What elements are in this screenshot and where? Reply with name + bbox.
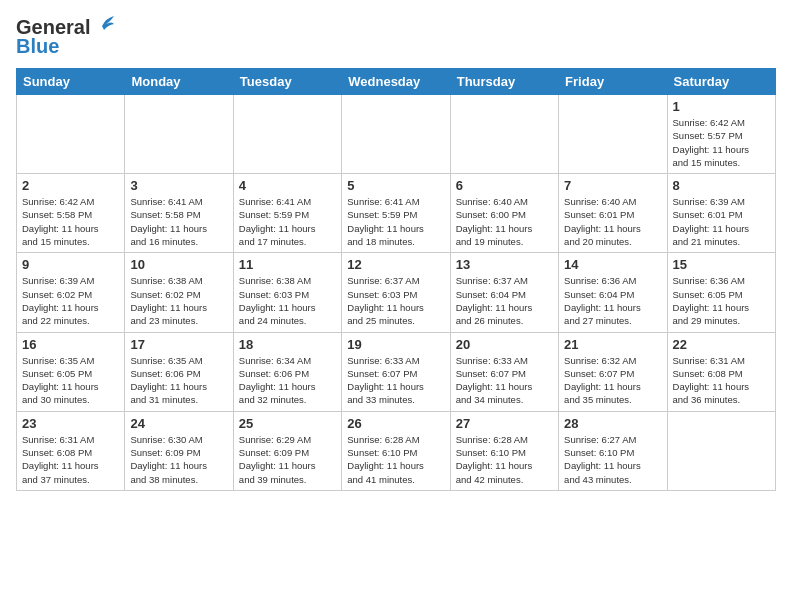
- day-info: Sunrise: 6:41 AMSunset: 5:58 PMDaylight:…: [130, 195, 227, 248]
- calendar-table: SundayMondayTuesdayWednesdayThursdayFrid…: [16, 68, 776, 491]
- day-number: 13: [456, 257, 553, 272]
- day-number: 2: [22, 178, 119, 193]
- day-cell: 9Sunrise: 6:39 AMSunset: 6:02 PMDaylight…: [17, 253, 125, 332]
- day-cell: 6Sunrise: 6:40 AMSunset: 6:00 PMDaylight…: [450, 174, 558, 253]
- day-cell: 8Sunrise: 6:39 AMSunset: 6:01 PMDaylight…: [667, 174, 775, 253]
- day-cell: 2Sunrise: 6:42 AMSunset: 5:58 PMDaylight…: [17, 174, 125, 253]
- day-number: 21: [564, 337, 661, 352]
- day-cell: 10Sunrise: 6:38 AMSunset: 6:02 PMDayligh…: [125, 253, 233, 332]
- day-header-sunday: Sunday: [17, 69, 125, 95]
- day-cell: 14Sunrise: 6:36 AMSunset: 6:04 PMDayligh…: [559, 253, 667, 332]
- day-number: 7: [564, 178, 661, 193]
- day-cell: 24Sunrise: 6:30 AMSunset: 6:09 PMDayligh…: [125, 411, 233, 490]
- day-cell: [667, 411, 775, 490]
- day-info: Sunrise: 6:42 AMSunset: 5:57 PMDaylight:…: [673, 116, 770, 169]
- day-cell: [450, 95, 558, 174]
- day-cell: 12Sunrise: 6:37 AMSunset: 6:03 PMDayligh…: [342, 253, 450, 332]
- day-number: 22: [673, 337, 770, 352]
- day-number: 23: [22, 416, 119, 431]
- day-number: 1: [673, 99, 770, 114]
- day-cell: 15Sunrise: 6:36 AMSunset: 6:05 PMDayligh…: [667, 253, 775, 332]
- day-number: 12: [347, 257, 444, 272]
- day-info: Sunrise: 6:31 AMSunset: 6:08 PMDaylight:…: [22, 433, 119, 486]
- day-cell: 11Sunrise: 6:38 AMSunset: 6:03 PMDayligh…: [233, 253, 341, 332]
- day-info: Sunrise: 6:41 AMSunset: 5:59 PMDaylight:…: [239, 195, 336, 248]
- day-number: 24: [130, 416, 227, 431]
- day-info: Sunrise: 6:28 AMSunset: 6:10 PMDaylight:…: [347, 433, 444, 486]
- day-info: Sunrise: 6:39 AMSunset: 6:02 PMDaylight:…: [22, 274, 119, 327]
- day-header-wednesday: Wednesday: [342, 69, 450, 95]
- day-header-friday: Friday: [559, 69, 667, 95]
- day-info: Sunrise: 6:30 AMSunset: 6:09 PMDaylight:…: [130, 433, 227, 486]
- day-info: Sunrise: 6:34 AMSunset: 6:06 PMDaylight:…: [239, 354, 336, 407]
- day-number: 9: [22, 257, 119, 272]
- day-number: 26: [347, 416, 444, 431]
- page-header: General Blue: [16, 16, 776, 58]
- day-number: 5: [347, 178, 444, 193]
- day-info: Sunrise: 6:38 AMSunset: 6:03 PMDaylight:…: [239, 274, 336, 327]
- week-row-1: 1Sunrise: 6:42 AMSunset: 5:57 PMDaylight…: [17, 95, 776, 174]
- day-info: Sunrise: 6:32 AMSunset: 6:07 PMDaylight:…: [564, 354, 661, 407]
- day-cell: 7Sunrise: 6:40 AMSunset: 6:01 PMDaylight…: [559, 174, 667, 253]
- day-cell: 25Sunrise: 6:29 AMSunset: 6:09 PMDayligh…: [233, 411, 341, 490]
- day-cell: 28Sunrise: 6:27 AMSunset: 6:10 PMDayligh…: [559, 411, 667, 490]
- day-number: 25: [239, 416, 336, 431]
- day-number: 18: [239, 337, 336, 352]
- day-number: 20: [456, 337, 553, 352]
- day-info: Sunrise: 6:42 AMSunset: 5:58 PMDaylight:…: [22, 195, 119, 248]
- logo: General Blue: [16, 16, 114, 58]
- day-info: Sunrise: 6:31 AMSunset: 6:08 PMDaylight:…: [673, 354, 770, 407]
- day-info: Sunrise: 6:36 AMSunset: 6:04 PMDaylight:…: [564, 274, 661, 327]
- day-info: Sunrise: 6:35 AMSunset: 6:06 PMDaylight:…: [130, 354, 227, 407]
- day-info: Sunrise: 6:37 AMSunset: 6:03 PMDaylight:…: [347, 274, 444, 327]
- day-cell: 1Sunrise: 6:42 AMSunset: 5:57 PMDaylight…: [667, 95, 775, 174]
- day-number: 27: [456, 416, 553, 431]
- day-number: 3: [130, 178, 227, 193]
- day-number: 19: [347, 337, 444, 352]
- day-cell: 23Sunrise: 6:31 AMSunset: 6:08 PMDayligh…: [17, 411, 125, 490]
- day-cell: [233, 95, 341, 174]
- day-info: Sunrise: 6:27 AMSunset: 6:10 PMDaylight:…: [564, 433, 661, 486]
- day-cell: 13Sunrise: 6:37 AMSunset: 6:04 PMDayligh…: [450, 253, 558, 332]
- week-row-5: 23Sunrise: 6:31 AMSunset: 6:08 PMDayligh…: [17, 411, 776, 490]
- days-header-row: SundayMondayTuesdayWednesdayThursdayFrid…: [17, 69, 776, 95]
- day-number: 6: [456, 178, 553, 193]
- day-info: Sunrise: 6:33 AMSunset: 6:07 PMDaylight:…: [456, 354, 553, 407]
- day-info: Sunrise: 6:40 AMSunset: 6:00 PMDaylight:…: [456, 195, 553, 248]
- day-cell: 18Sunrise: 6:34 AMSunset: 6:06 PMDayligh…: [233, 332, 341, 411]
- day-cell: 4Sunrise: 6:41 AMSunset: 5:59 PMDaylight…: [233, 174, 341, 253]
- day-header-monday: Monday: [125, 69, 233, 95]
- day-info: Sunrise: 6:40 AMSunset: 6:01 PMDaylight:…: [564, 195, 661, 248]
- day-info: Sunrise: 6:33 AMSunset: 6:07 PMDaylight:…: [347, 354, 444, 407]
- day-info: Sunrise: 6:28 AMSunset: 6:10 PMDaylight:…: [456, 433, 553, 486]
- day-cell: 17Sunrise: 6:35 AMSunset: 6:06 PMDayligh…: [125, 332, 233, 411]
- week-row-4: 16Sunrise: 6:35 AMSunset: 6:05 PMDayligh…: [17, 332, 776, 411]
- day-number: 28: [564, 416, 661, 431]
- day-info: Sunrise: 6:36 AMSunset: 6:05 PMDaylight:…: [673, 274, 770, 327]
- day-header-tuesday: Tuesday: [233, 69, 341, 95]
- day-header-thursday: Thursday: [450, 69, 558, 95]
- day-number: 10: [130, 257, 227, 272]
- day-cell: 20Sunrise: 6:33 AMSunset: 6:07 PMDayligh…: [450, 332, 558, 411]
- week-row-2: 2Sunrise: 6:42 AMSunset: 5:58 PMDaylight…: [17, 174, 776, 253]
- logo-bird-icon: [92, 16, 114, 36]
- day-cell: 19Sunrise: 6:33 AMSunset: 6:07 PMDayligh…: [342, 332, 450, 411]
- day-cell: [125, 95, 233, 174]
- day-cell: 21Sunrise: 6:32 AMSunset: 6:07 PMDayligh…: [559, 332, 667, 411]
- day-cell: 26Sunrise: 6:28 AMSunset: 6:10 PMDayligh…: [342, 411, 450, 490]
- day-info: Sunrise: 6:29 AMSunset: 6:09 PMDaylight:…: [239, 433, 336, 486]
- day-info: Sunrise: 6:35 AMSunset: 6:05 PMDaylight:…: [22, 354, 119, 407]
- day-cell: [17, 95, 125, 174]
- day-cell: 3Sunrise: 6:41 AMSunset: 5:58 PMDaylight…: [125, 174, 233, 253]
- day-cell: [559, 95, 667, 174]
- day-cell: 5Sunrise: 6:41 AMSunset: 5:59 PMDaylight…: [342, 174, 450, 253]
- day-info: Sunrise: 6:39 AMSunset: 6:01 PMDaylight:…: [673, 195, 770, 248]
- day-number: 16: [22, 337, 119, 352]
- day-info: Sunrise: 6:41 AMSunset: 5:59 PMDaylight:…: [347, 195, 444, 248]
- day-info: Sunrise: 6:37 AMSunset: 6:04 PMDaylight:…: [456, 274, 553, 327]
- logo-blue-text: Blue: [16, 35, 59, 58]
- day-number: 4: [239, 178, 336, 193]
- day-number: 17: [130, 337, 227, 352]
- day-number: 15: [673, 257, 770, 272]
- day-cell: 22Sunrise: 6:31 AMSunset: 6:08 PMDayligh…: [667, 332, 775, 411]
